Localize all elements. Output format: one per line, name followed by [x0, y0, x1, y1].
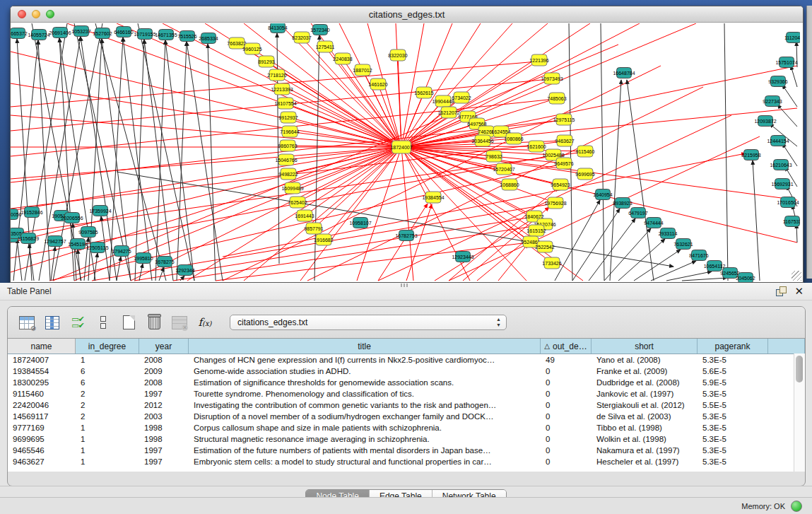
- table-cell[interactable]: 2012: [139, 399, 189, 411]
- column-header-short[interactable]: short: [592, 339, 698, 354]
- table-cell[interactable]: 14569117: [8, 411, 76, 422]
- table-cell[interactable]: Yano et al. (2008): [592, 354, 698, 366]
- table-cell[interactable]: 5.3E-5: [698, 354, 768, 366]
- window-resize-grip[interactable]: [792, 271, 801, 281]
- column-header-out_de[interactable]: △out_de…: [541, 339, 592, 354]
- unselect-all-columns-button[interactable]: [93, 312, 114, 333]
- table-cell[interactable]: 5.6E-5: [698, 366, 768, 377]
- delete-column-button[interactable]: [143, 312, 165, 333]
- table-cell[interactable]: 2008: [139, 354, 189, 366]
- splitter-grip[interactable]: [401, 284, 409, 287]
- table-cell[interactable]: 0: [541, 366, 592, 377]
- network-window-titlebar[interactable]: citations_edges.txt: [11, 6, 803, 23]
- table-cell[interactable]: 5.3E-5: [698, 433, 768, 445]
- table-cell[interactable]: 6: [76, 366, 139, 377]
- table-cell[interactable]: 2: [76, 388, 139, 399]
- table-row[interactable]: 1830029562008Estimation of significance …: [8, 377, 805, 388]
- table-cell[interactable]: 1997: [139, 456, 189, 467]
- function-builder-button[interactable]: f(x): [194, 312, 216, 333]
- table-cell[interactable]: 18300295: [8, 377, 76, 388]
- float-panel-icon[interactable]: [776, 286, 786, 296]
- show-columns-button[interactable]: [42, 312, 63, 333]
- table-cell[interactable]: 1: [76, 433, 139, 445]
- table-cell[interactable]: 2008: [139, 377, 189, 388]
- table-row[interactable]: 1872400712008Changes of HCN gene express…: [8, 354, 805, 366]
- table-cell[interactable]: 18724007: [8, 354, 76, 366]
- table-cell[interactable]: Wolkin et al. (1998): [592, 433, 698, 445]
- graph-nodes[interactable]: 1665372140557242069140610532371527602646…: [11, 23, 800, 282]
- table-row[interactable]: 911546021997Tourette syndrome. Phenomeno…: [8, 388, 805, 399]
- vertical-scrollbar[interactable]: [794, 354, 805, 472]
- table-cell[interactable]: 9115460: [8, 388, 76, 399]
- table-cell[interactable]: 2003: [139, 411, 189, 422]
- table-cell[interactable]: 0: [541, 456, 592, 467]
- table-cell[interactable]: 0: [541, 445, 592, 456]
- table-row[interactable]: 1938455462009Genome-wide association stu…: [8, 366, 805, 377]
- column-header-name[interactable]: name: [8, 339, 76, 354]
- table-row[interactable]: 946362711997Embryonic stem cells: a mode…: [8, 456, 805, 467]
- table-cell[interactable]: de Silva et al. (2003): [592, 411, 698, 422]
- table-cell[interactable]: Estimation of significance thresholds fo…: [189, 377, 541, 388]
- select-all-columns-button[interactable]: ▭✔▭✔: [67, 312, 88, 333]
- table-cell[interactable]: 1998: [139, 422, 189, 433]
- table-cell[interactable]: Hescheler et al. (1997): [592, 456, 698, 467]
- column-header-title[interactable]: title: [189, 339, 541, 354]
- table-cell[interactable]: 5.3E-5: [698, 388, 768, 399]
- table-cell[interactable]: Estimation of the future numbers of pati…: [189, 445, 541, 456]
- table-cell[interactable]: 5.3E-5: [698, 422, 768, 433]
- table-cell[interactable]: 1: [76, 445, 139, 456]
- table-cell[interactable]: 9465546: [8, 445, 76, 456]
- table-cell[interactable]: Tourette syndrome. Phenomenology and cla…: [189, 388, 541, 399]
- table-cell[interactable]: 1997: [139, 388, 189, 399]
- table-cell[interactable]: 22420046: [8, 399, 76, 411]
- table-cell[interactable]: 49: [541, 354, 592, 366]
- table-cell[interactable]: Embryonic stem cells: a model to study s…: [189, 456, 541, 467]
- create-column-button[interactable]: [118, 312, 139, 333]
- table-cell[interactable]: 5.5E-5: [698, 399, 768, 411]
- table-cell[interactable]: 1998: [139, 433, 189, 445]
- table-cell[interactable]: Nakamura et al. (1997): [592, 445, 698, 456]
- table-cell[interactable]: 2: [76, 411, 139, 422]
- table-cell[interactable]: 0: [541, 422, 592, 433]
- table-cell[interactable]: Franke et al. (2009): [592, 366, 698, 377]
- table-cell[interactable]: 1997: [139, 445, 189, 456]
- table-cell[interactable]: 0: [541, 377, 592, 388]
- network-window[interactable]: citations_edges.txt 16653721405572420691…: [10, 6, 804, 283]
- table-cell[interactable]: 5.3E-5: [698, 456, 768, 467]
- scrollbar-thumb[interactable]: [796, 356, 803, 382]
- table-cell[interactable]: Disruption of a novel member of a sodium…: [189, 411, 541, 422]
- network-svg[interactable]: 1665372140557242069140610532371527602646…: [11, 23, 800, 282]
- table-cell[interactable]: 9777169: [8, 422, 76, 433]
- memory-ok-indicator[interactable]: [791, 501, 802, 512]
- table-cell[interactable]: 5.3E-5: [698, 445, 768, 456]
- table-row[interactable]: 2242004622012Investigating the contribut…: [8, 399, 805, 411]
- table-cell[interactable]: 1: [76, 456, 139, 467]
- column-header-in_degree[interactable]: in_degree: [76, 339, 139, 354]
- table-cell[interactable]: Investigating the contribution of common…: [189, 399, 541, 411]
- table-cell[interactable]: 2: [76, 399, 139, 411]
- table-cell[interactable]: 0: [541, 399, 592, 411]
- table-cell[interactable]: Dudbridge et al. (2008): [592, 377, 698, 388]
- delete-table-button[interactable]: [169, 312, 190, 333]
- table-cell[interactable]: 0: [541, 411, 592, 422]
- table-cell[interactable]: 1: [76, 422, 139, 433]
- table-cell[interactable]: 0: [541, 388, 592, 399]
- table-cell[interactable]: 5.9E-5: [698, 377, 768, 388]
- network-canvas[interactable]: 1665372140557242069140610532371527602646…: [11, 23, 803, 282]
- table-panel-header[interactable]: Table Panel ✕: [0, 283, 812, 300]
- table-cell[interactable]: Stergiakouli et al. (2012): [592, 399, 698, 411]
- table-cell[interactable]: Structural magnetic resonance image aver…: [189, 433, 541, 445]
- table-cell[interactable]: 0: [541, 433, 592, 445]
- table-row[interactable]: 969969511998Structural magnetic resonanc…: [8, 433, 805, 445]
- close-panel-icon[interactable]: ✕: [794, 286, 804, 296]
- table-cell[interactable]: 5.3E-5: [698, 411, 768, 422]
- table-row[interactable]: 1456911722003Disruption of a novel membe…: [8, 411, 805, 422]
- table-cell[interactable]: Genome-wide association studies in ADHD.: [189, 366, 541, 377]
- column-header-pagerank[interactable]: pagerank: [698, 339, 768, 354]
- table-row[interactable]: 977716911998Corpus callosum shape and si…: [8, 422, 805, 433]
- table-cell[interactable]: Changes of HCN gene expression and I(f) …: [189, 354, 541, 366]
- table-cell[interactable]: 6: [76, 377, 139, 388]
- table-cell[interactable]: Corpus callosum shape and size in male p…: [189, 422, 541, 433]
- column-header-year[interactable]: year: [139, 339, 189, 354]
- table-cell[interactable]: Jankovic et al. (1997): [592, 388, 698, 399]
